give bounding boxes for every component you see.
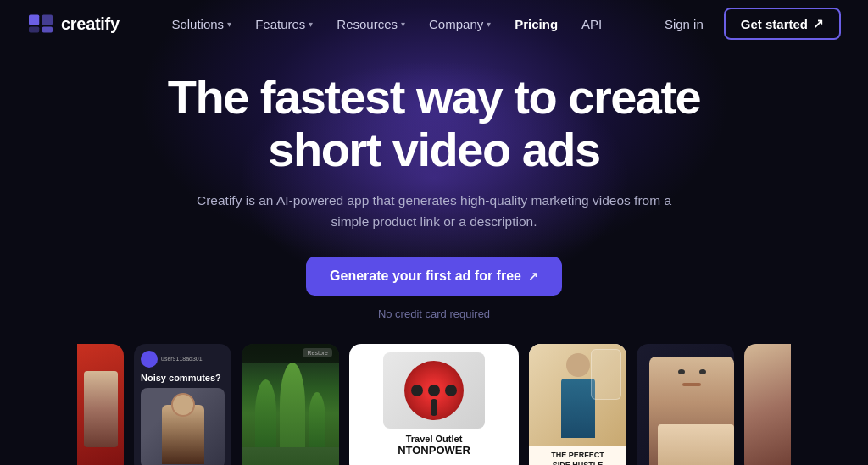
product-brand: NTONPOWER: [398, 444, 470, 457]
hero-section: The fastest way to create short video ad…: [0, 47, 868, 320]
logo-text: creatify: [61, 14, 120, 34]
face-video-content: [637, 344, 734, 465]
nav-item-resources[interactable]: Resources ▾: [326, 12, 415, 36]
eyes-area: [670, 369, 713, 374]
video-title-overlay: THE PERFECT SIDE HUSTLE: [529, 446, 626, 465]
restore-label: Restore: [303, 348, 332, 357]
nav-actions: Sign in Get started ↗: [654, 8, 841, 40]
logo-icon: [27, 12, 54, 36]
product-label: Travel Outlet: [406, 434, 463, 444]
logo[interactable]: creatify: [27, 12, 120, 36]
nav-links: Solutions ▾ Features ▾ Resources ▾ Compa…: [161, 12, 612, 36]
thumbnail-travel-outlet[interactable]: Travel Outlet NTONPOWER: [349, 344, 519, 465]
nav-link-company[interactable]: Company ▾: [419, 12, 501, 36]
get-started-button[interactable]: Get started ↗: [724, 8, 841, 40]
plug-cord: [431, 399, 437, 416]
cta-arrow-icon: ↗: [528, 269, 538, 283]
left-eye: [678, 369, 685, 374]
nature-video-preview: [242, 363, 339, 447]
cta-button[interactable]: Generate your first ad for free ↗: [306, 257, 562, 296]
svg-rect-3: [42, 27, 53, 33]
thumbnail-nature[interactable]: Restore: [242, 344, 339, 465]
arrow-icon: ↗: [813, 16, 824, 31]
chevron-down-icon: ▾: [401, 19, 405, 29]
hero-cta-group: Generate your first ad for free ↗ No cre…: [17, 257, 851, 320]
person-head: [171, 393, 195, 417]
nav-link-resources[interactable]: Resources ▾: [326, 12, 415, 36]
thumbnail-noisy-commutes[interactable]: user9118ad301 Noisy commutes?: [134, 344, 231, 465]
mouth: [682, 383, 701, 386]
video-title: Noisy commutes?: [141, 373, 225, 383]
username-label: user9118ad301: [161, 356, 203, 362]
svg-rect-0: [29, 15, 39, 25]
nav-item-company[interactable]: Company ▾: [419, 12, 501, 36]
nav-link-features[interactable]: Features ▾: [245, 12, 323, 36]
nav-item-api[interactable]: API: [571, 12, 612, 36]
face-photo: [649, 357, 734, 465]
plug-hole-2: [428, 385, 440, 396]
shoulders: [658, 424, 734, 465]
person-head: [566, 353, 590, 377]
nav-link-pricing[interactable]: Pricing: [504, 12, 568, 36]
sign-in-button[interactable]: Sign in: [654, 12, 714, 36]
user-avatar: [141, 351, 158, 368]
no-credit-card-label: No credit card required: [378, 307, 490, 320]
product-plug: [404, 361, 464, 420]
chevron-down-icon: ▾: [227, 19, 231, 29]
nav-link-api[interactable]: API: [571, 12, 612, 36]
nav-item-features[interactable]: Features ▾: [245, 12, 323, 36]
right-eye: [699, 369, 706, 374]
video-preview: [141, 388, 225, 465]
nav-item-solutions[interactable]: Solutions ▾: [161, 12, 242, 36]
person-body: [561, 379, 595, 438]
chevron-down-icon: ▾: [487, 19, 491, 29]
chevron-down-icon: ▾: [309, 19, 313, 29]
navigation: creatify Solutions ▾ Features ▾ Resource…: [0, 0, 868, 47]
thumbnail-face-closeup[interactable]: [637, 344, 734, 465]
nav-item-pricing[interactable]: Pricing: [504, 12, 568, 36]
thumbnail-side-hustle[interactable]: THE PERFECT SIDE HUSTLE: [529, 344, 626, 465]
svg-rect-1: [42, 15, 53, 25]
hero-subtitle: Creatify is an AI-powered app that gener…: [188, 191, 680, 233]
plug-hole-3: [445, 385, 457, 396]
product-image: [383, 352, 485, 429]
hero-title: The fastest way to create short video ad…: [17, 71, 851, 175]
nav-link-solutions[interactable]: Solutions ▾: [161, 12, 242, 36]
phone-overlay: [591, 349, 621, 400]
svg-rect-2: [29, 27, 39, 33]
video-person-preview: [529, 344, 626, 447]
plug-hole-1: [411, 385, 423, 396]
person-body: [162, 405, 204, 464]
